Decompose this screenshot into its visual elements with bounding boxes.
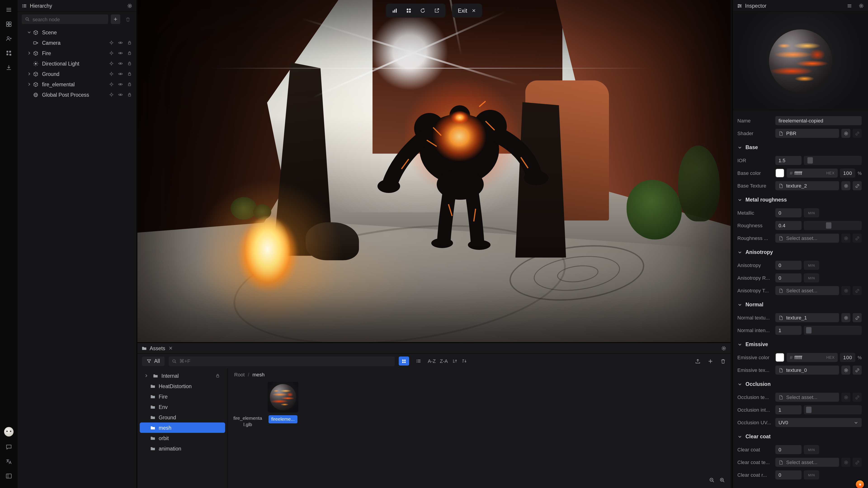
min-field[interactable]: MIN xyxy=(804,273,819,283)
eye-icon[interactable] xyxy=(118,82,123,87)
viewport-3d[interactable]: Exit xyxy=(137,0,731,342)
lock-icon[interactable] xyxy=(127,61,132,66)
alpha-input[interactable]: 100 xyxy=(840,168,855,177)
chevron-down-icon[interactable] xyxy=(27,30,33,35)
hierarchy-search[interactable] xyxy=(22,14,108,24)
filter-all-button[interactable]: All xyxy=(142,356,164,366)
section-anisotropy[interactable]: Anisotropy xyxy=(733,247,868,258)
ior-input[interactable]: 1.5 xyxy=(775,156,802,165)
section-normal[interactable]: Normal xyxy=(733,299,868,310)
asset-item-material-selected[interactable]: fireeleme... xyxy=(267,382,299,423)
breadcrumb-root[interactable]: Root xyxy=(234,372,245,377)
alpha-input[interactable]: 100 xyxy=(840,353,855,362)
menu-icon[interactable] xyxy=(847,3,852,8)
uv-dropdown[interactable]: UV0 xyxy=(775,418,862,427)
clear-coat-roughness-input[interactable]: 0 xyxy=(775,470,802,480)
occlusion-intensity-input[interactable]: 1 xyxy=(775,405,802,414)
folder-env[interactable]: Env xyxy=(137,402,227,412)
chevron-right-icon[interactable] xyxy=(144,373,149,378)
asset-select-field[interactable]: Select asset... xyxy=(775,458,839,467)
chevron-right-icon[interactable] xyxy=(27,51,33,56)
search-input[interactable] xyxy=(33,17,105,22)
shader-field[interactable]: PBR xyxy=(775,129,839,138)
close-icon[interactable] xyxy=(471,8,476,13)
stats-icon[interactable] xyxy=(392,8,398,13)
gear-icon[interactable] xyxy=(859,3,864,8)
normal-intensity-input[interactable]: 1 xyxy=(775,326,802,335)
exit-button[interactable]: Exit xyxy=(452,4,482,18)
lock-icon[interactable] xyxy=(127,82,132,87)
gear-button[interactable] xyxy=(841,234,850,242)
section-base[interactable]: Base xyxy=(733,142,868,153)
gear-icon[interactable] xyxy=(721,346,726,351)
folder-animation[interactable]: animation xyxy=(137,443,227,454)
focus-icon[interactable] xyxy=(109,51,114,56)
sort-za-button[interactable]: Z-A xyxy=(440,358,448,364)
add-asset-icon[interactable] xyxy=(708,358,713,364)
folder-internal[interactable]: Internal xyxy=(137,370,227,381)
notification-badge[interactable] xyxy=(856,480,864,488)
download-icon[interactable] xyxy=(3,61,15,73)
lock-icon[interactable] xyxy=(127,71,132,76)
asset-field[interactable]: texture_2 xyxy=(775,181,839,190)
link-button[interactable] xyxy=(852,365,862,375)
asset-field[interactable]: texture_0 xyxy=(775,365,839,375)
close-icon[interactable] xyxy=(168,346,173,351)
roughness-input[interactable]: 0.4 xyxy=(775,221,802,230)
zoom-in-icon[interactable] xyxy=(719,477,725,483)
sort-desc-icon[interactable] xyxy=(461,358,467,364)
section-metal-roughness[interactable]: Metal roughness xyxy=(733,194,868,205)
share-icon[interactable] xyxy=(434,8,440,13)
hex-input[interactable]: #ffffffHEX xyxy=(786,168,838,177)
roughness-slider[interactable] xyxy=(804,221,862,230)
min-field[interactable]: MIN xyxy=(804,445,819,454)
eye-icon[interactable] xyxy=(118,51,123,56)
focus-icon[interactable] xyxy=(109,82,114,87)
anisotropy-input[interactable]: 0 xyxy=(775,261,802,270)
link-button[interactable] xyxy=(852,234,862,242)
eye-icon[interactable] xyxy=(118,92,123,97)
min-field[interactable]: MIN xyxy=(804,470,819,480)
min-field[interactable]: MIN xyxy=(804,261,819,270)
color-swatch[interactable] xyxy=(775,353,784,362)
link-button[interactable] xyxy=(852,393,862,402)
asset-field[interactable]: texture_1 xyxy=(775,313,839,322)
sort-az-button[interactable]: A-Z xyxy=(428,358,436,364)
section-emissive[interactable]: Emissive xyxy=(733,339,868,350)
folder-orbit[interactable]: orbit xyxy=(137,433,227,443)
tree-node-directional-light[interactable]: Directional Light xyxy=(18,58,136,69)
link-button[interactable] xyxy=(852,129,862,138)
min-field[interactable]: MIN xyxy=(804,208,819,217)
hex-input[interactable]: #ffffffHEX xyxy=(786,353,838,362)
list-view-button[interactable] xyxy=(413,357,424,365)
gear-button[interactable] xyxy=(841,181,850,190)
occlusion-intensity-slider[interactable] xyxy=(804,405,862,414)
link-button[interactable] xyxy=(852,313,862,322)
grid-icon[interactable] xyxy=(406,8,412,13)
eye-icon[interactable] xyxy=(118,40,123,45)
panel-toggle-icon[interactable] xyxy=(3,470,15,482)
link-button[interactable] xyxy=(852,286,862,295)
gear-button[interactable] xyxy=(841,313,850,322)
lock-icon[interactable] xyxy=(127,51,132,56)
add-user-icon[interactable] xyxy=(3,33,15,44)
upload-icon[interactable] xyxy=(695,358,701,364)
focus-icon[interactable] xyxy=(109,92,114,97)
dashboard-icon[interactable] xyxy=(3,18,15,30)
zoom-out-icon[interactable] xyxy=(709,477,715,483)
folder-ground[interactable]: Ground xyxy=(137,412,227,422)
chat-icon[interactable] xyxy=(3,441,15,453)
tree-node-global-post-process[interactable]: Global Post Process xyxy=(18,90,136,100)
delete-node-button[interactable] xyxy=(123,14,132,24)
assets-search[interactable] xyxy=(168,356,395,366)
tree-node-camera[interactable]: Camera xyxy=(18,37,136,48)
grid-view-button[interactable] xyxy=(399,357,409,365)
add-node-button[interactable] xyxy=(111,14,120,24)
translate-icon[interactable] xyxy=(3,455,15,467)
clear-coat-input[interactable]: 0 xyxy=(775,445,802,454)
asset-select-field[interactable]: Select asset... xyxy=(775,234,839,242)
ior-slider[interactable] xyxy=(804,156,862,165)
asset-item-glb[interactable]: fire_elemental.glb xyxy=(231,382,264,428)
tree-node-fire-elemental[interactable]: fire_elemental xyxy=(18,79,136,90)
gear-button[interactable] xyxy=(841,129,850,138)
